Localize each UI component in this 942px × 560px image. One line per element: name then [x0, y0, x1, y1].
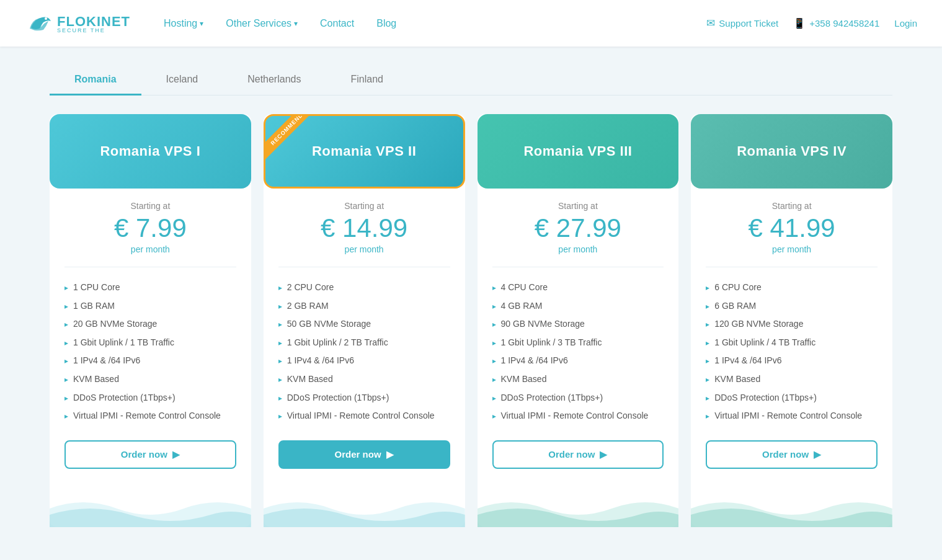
plan-vps3-title: Romania VPS III [523, 143, 632, 159]
plan-vps4-wave [691, 490, 892, 527]
plan-vps1-per-month: per month [64, 244, 236, 254]
list-item: ▸1 IPv4 & /64 IPv6 [492, 352, 664, 370]
plan-vps2-header: RECOMMENDED Romania VPS II [264, 114, 465, 189]
list-item: ▸1 Gbit Uplink / 4 TB Traffic [706, 334, 878, 352]
list-item: ▸1 CPU Core [64, 278, 236, 297]
plan-vps4-price: € 41.99 [706, 213, 878, 243]
phone-link[interactable]: 📱 +358 942458241 [793, 17, 879, 29]
plan-vps3-wave [478, 490, 679, 527]
plan-vps4-starting-at: Starting at [706, 201, 878, 211]
list-item: ▸120 GB NVMe Storage [706, 315, 878, 334]
nav-contact[interactable]: Contact [311, 13, 363, 34]
plan-vps2-features: ▸2 CPU Core ▸2 GB RAM ▸50 GB NVMe Storag… [278, 278, 450, 425]
location-tabs: Romania Iceland Netherlands Finland [50, 65, 892, 96]
recommended-badge: RECOMMENDED [264, 114, 310, 161]
plan-vps4-body: Starting at € 41.99 per month ▸6 CPU Cor… [691, 189, 892, 484]
tab-iceland[interactable]: Iceland [141, 65, 223, 96]
plan-vps1-price: € 7.99 [64, 213, 236, 243]
nav-hosting[interactable]: Hosting ▾ [155, 13, 212, 34]
order-button-vps4[interactable]: Order now ▶ [706, 440, 878, 469]
bullet-icon: ▸ [278, 375, 282, 385]
other-services-dropdown-arrow: ▾ [294, 19, 298, 28]
list-item: ▸20 GB NVMe Storage [64, 315, 236, 334]
list-item: ▸4 CPU Core [492, 278, 664, 297]
list-item: ▸KVM Based [278, 370, 450, 389]
plan-vps1-wave [50, 490, 251, 527]
plan-vps2-title: Romania VPS II [312, 143, 416, 159]
plan-vps1-features: ▸1 CPU Core ▸1 GB RAM ▸20 GB NVMe Storag… [64, 278, 236, 425]
bullet-icon: ▸ [706, 411, 709, 422]
list-item: ▸DDoS Protection (1Tbps+) [64, 389, 236, 407]
plan-vps1-divider [64, 267, 236, 267]
list-item: ▸KVM Based [64, 370, 236, 389]
support-ticket-link[interactable]: ✉ Support Ticket [706, 17, 778, 30]
list-item: ▸2 GB RAM [278, 297, 450, 316]
arrow-right-icon: ▶ [600, 449, 607, 460]
list-item: ▸1 IPv4 & /64 IPv6 [64, 352, 236, 370]
bullet-icon: ▸ [492, 319, 496, 330]
recommended-label: RECOMMENDED [264, 114, 310, 161]
plan-vps3-per-month: per month [492, 244, 664, 254]
plan-vps1-title: Romania VPS I [100, 143, 200, 159]
bullet-icon: ▸ [64, 356, 68, 367]
bullet-icon: ▸ [278, 393, 282, 404]
plan-vps3-starting-at: Starting at [492, 201, 664, 211]
plan-vps3-features: ▸4 CPU Core ▸4 GB RAM ▸90 GB NVMe Storag… [492, 278, 664, 425]
plan-vps1-header: Romania VPS I [50, 114, 251, 189]
list-item: ▸Virtual IPMI - Remote Control Console [64, 407, 236, 425]
bullet-icon: ▸ [278, 301, 282, 312]
list-item: ▸6 CPU Core [706, 278, 878, 297]
order-button-vps3[interactable]: Order now ▶ [492, 440, 664, 469]
main-content: Romania Iceland Netherlands Finland Roma… [0, 47, 942, 560]
bullet-icon: ▸ [706, 338, 709, 349]
tab-netherlands[interactable]: Netherlands [223, 65, 326, 96]
bullet-icon: ▸ [64, 283, 68, 293]
bullet-icon: ▸ [706, 283, 709, 293]
bullet-icon: ▸ [64, 375, 68, 385]
plan-vps4-divider [706, 267, 878, 267]
order-button-vps2[interactable]: Order now ▶ [278, 440, 450, 469]
logo[interactable]: FLOKINET SECURE THE [25, 9, 130, 38]
bullet-icon: ▸ [64, 319, 68, 330]
plan-vps4-per-month: per month [706, 244, 878, 254]
bullet-icon: ▸ [706, 319, 709, 330]
list-item: ▸90 GB NVMe Storage [492, 315, 664, 334]
plan-vps3-header: Romania VPS III [478, 114, 679, 189]
order-button-vps1[interactable]: Order now ▶ [64, 440, 236, 469]
login-button[interactable]: Login [894, 18, 917, 29]
plan-vps4-header: Romania VPS IV [691, 114, 892, 189]
list-item: ▸1 IPv4 & /64 IPv6 [706, 352, 878, 370]
plan-vps2-divider [278, 267, 450, 267]
nav-other-services[interactable]: Other Services ▾ [217, 13, 306, 34]
list-item: ▸KVM Based [492, 370, 664, 389]
bullet-icon: ▸ [278, 356, 282, 367]
bullet-icon: ▸ [492, 301, 496, 312]
site-header: FLOKINET SECURE THE Hosting ▾ Other Serv… [0, 0, 942, 47]
bullet-icon: ▸ [278, 338, 282, 349]
plan-vps2-price: € 14.99 [278, 213, 450, 243]
list-item: ▸1 Gbit Uplink / 3 TB Traffic [492, 334, 664, 352]
tab-romania[interactable]: Romania [50, 65, 141, 96]
list-item: ▸1 GB RAM [64, 297, 236, 316]
plan-vps3-price: € 27.99 [492, 213, 664, 243]
plan-vps1-starting-at: Starting at [64, 201, 236, 211]
plan-vps4-title: Romania VPS IV [737, 143, 846, 159]
plan-vps3-body: Starting at € 27.99 per month ▸4 CPU Cor… [478, 189, 679, 484]
pricing-grid: Romania VPS I Starting at € 7.99 per mon… [50, 114, 892, 527]
nav-blog[interactable]: Blog [368, 13, 405, 34]
plan-vps1: Romania VPS I Starting at € 7.99 per mon… [50, 114, 251, 527]
list-item: ▸DDoS Protection (1Tbps+) [278, 389, 450, 407]
bullet-icon: ▸ [64, 338, 68, 349]
plan-vps2-per-month: per month [278, 244, 450, 254]
bullet-icon: ▸ [278, 319, 282, 330]
list-item: ▸1 IPv4 & /64 IPv6 [278, 352, 450, 370]
arrow-right-icon: ▶ [386, 449, 394, 460]
plan-vps4: Romania VPS IV Starting at € 41.99 per m… [691, 114, 892, 527]
bullet-icon: ▸ [492, 411, 496, 422]
bullet-icon: ▸ [492, 393, 496, 404]
header-right: ✉ Support Ticket 📱 +358 942458241 Login [706, 17, 917, 30]
tab-finland[interactable]: Finland [326, 65, 407, 96]
list-item: ▸Virtual IPMI - Remote Control Console [278, 407, 450, 425]
bullet-icon: ▸ [64, 393, 68, 404]
bullet-icon: ▸ [492, 338, 496, 349]
